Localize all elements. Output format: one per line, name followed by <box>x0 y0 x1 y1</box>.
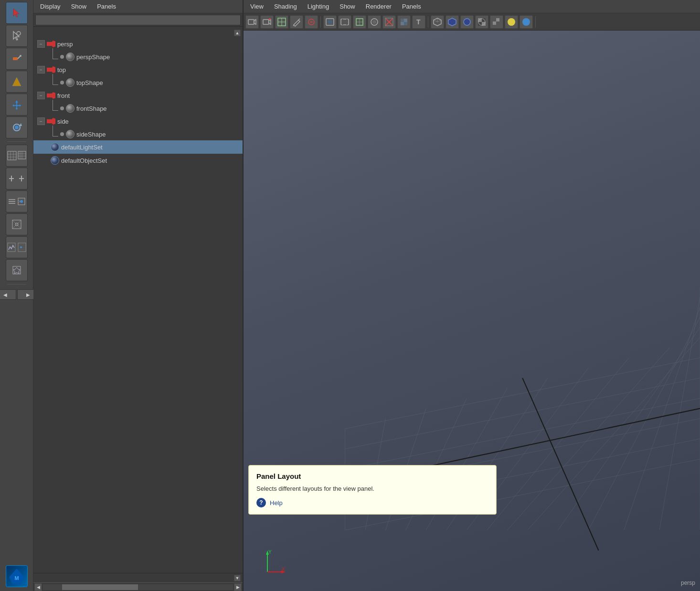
svg-marker-7 <box>12 100 21 110</box>
vp-paint-btn[interactable] <box>305 15 318 29</box>
front-expand[interactable]: − <box>37 92 45 99</box>
vp-cube-btn[interactable] <box>431 15 444 29</box>
tree-item-topShape[interactable]: topShape <box>33 76 243 89</box>
svg-rect-45 <box>248 20 254 24</box>
cone-tool[interactable] <box>6 71 28 93</box>
vp-x-btn[interactable] <box>382 15 396 29</box>
vp-T-btn[interactable]: T <box>412 15 425 29</box>
vp-sep-1 <box>320 16 321 28</box>
vp-camera-btn[interactable] <box>245 15 259 29</box>
grid-tool[interactable] <box>6 145 28 167</box>
tree-item-frontShape[interactable]: frontShape <box>33 102 243 115</box>
topShape-dot <box>60 81 64 84</box>
hscroll-track[interactable] <box>43 584 233 590</box>
left-toolbar: ◀ ▶ M <box>0 0 33 591</box>
vp-blue-cube-btn[interactable] <box>445 15 459 29</box>
rotate-tool[interactable] <box>6 116 28 138</box>
vp-sep-2 <box>428 16 428 28</box>
outliner-panel: Display Show Panels ▲ − persp <box>33 0 244 591</box>
tree-item-defaultLightSet[interactable]: defaultLightSet <box>33 140 243 154</box>
viewport-view-menu[interactable]: View <box>245 1 268 11</box>
top-camera-icon <box>47 66 55 73</box>
svg-line-54 <box>293 25 294 26</box>
svg-rect-57 <box>328 20 332 24</box>
vp-render-btn[interactable] <box>323 15 337 29</box>
shape-tool[interactable] <box>6 259 28 281</box>
svg-rect-72 <box>404 19 407 22</box>
svg-line-30 <box>18 201 20 203</box>
vp-texture-btn[interactable] <box>397 15 411 29</box>
svg-line-53 <box>298 19 300 20</box>
vp-blue-dot-btn[interactable] <box>520 15 533 29</box>
vp-checker2-btn[interactable] <box>490 15 503 29</box>
hscroll-left[interactable]: ◀ <box>34 583 42 591</box>
tree-item-top[interactable]: − top <box>33 63 243 76</box>
svg-marker-46 <box>254 20 256 24</box>
viewport-panels-menu[interactable]: Panels <box>397 1 426 11</box>
tree-item-defaultObjectSet[interactable]: defaultObjectSet <box>33 154 243 167</box>
tree-item-perspShape[interactable]: perspShape <box>33 51 243 63</box>
panel-layout-tooltip: Panel Layout Selects different layouts f… <box>248 465 497 515</box>
svg-rect-61 <box>342 23 343 25</box>
svg-marker-0 <box>13 9 19 17</box>
scroll-up-btn[interactable]: ▲ <box>234 30 241 36</box>
viewport-shading-menu[interactable]: Shading <box>269 1 302 11</box>
svg-line-110 <box>588 317 700 530</box>
paint-tool[interactable] <box>6 48 28 70</box>
persp-corner-label: persp <box>681 580 695 586</box>
vp-film-btn[interactable] <box>338 15 351 29</box>
tree-item-persp[interactable]: − persp <box>33 37 243 51</box>
outliner-display-menu[interactable]: Display <box>35 1 65 11</box>
tree-item-front[interactable]: − front <box>33 89 243 102</box>
move-tool[interactable] <box>6 94 28 116</box>
defaultObjectSet-label: defaultObjectSet <box>61 157 107 164</box>
vp-pencil-btn[interactable] <box>290 15 303 29</box>
svg-rect-60 <box>346 19 348 21</box>
side-expand[interactable]: − <box>37 117 45 125</box>
diamond-tool[interactable] <box>6 213 28 235</box>
svg-text:Y: Y <box>268 549 272 555</box>
graph-tool[interactable] <box>6 236 28 258</box>
svg-line-97 <box>345 378 700 449</box>
svg-marker-80 <box>448 18 456 26</box>
select-tool[interactable] <box>6 2 28 24</box>
tooltip-title: Panel Layout <box>256 472 488 480</box>
scroll-down-btn[interactable]: ▼ <box>234 575 241 581</box>
vp-yellow-btn[interactable] <box>505 15 518 29</box>
outliner-show-menu[interactable]: Show <box>66 1 92 11</box>
help-label: Help <box>270 499 283 507</box>
viewport-toolbar: T <box>244 13 700 31</box>
outliner-panels-menu[interactable]: Panels <box>92 1 121 11</box>
outliner-vscroll-bottom: ▼ <box>33 573 243 582</box>
tree-item-side[interactable]: − side <box>33 115 243 128</box>
sideShape-icon <box>66 130 74 138</box>
outliner-search-input[interactable] <box>35 15 241 25</box>
nav-prev[interactable]: ◀ <box>0 289 16 300</box>
viewport-renderer-menu[interactable]: Renderer <box>361 1 396 11</box>
viewport-lighting-menu[interactable]: Lighting <box>303 1 334 11</box>
viewport-canvas[interactable]: Y X persp Panel Layout Selects different… <box>244 31 700 591</box>
lasso-select[interactable] <box>6 25 28 47</box>
tree-item-sideShape[interactable]: sideShape <box>33 128 243 140</box>
tooltip-help-link[interactable]: ? Help <box>256 498 488 507</box>
vp-wireframe-btn[interactable] <box>353 15 366 29</box>
vp-smooth-btn[interactable] <box>368 15 381 29</box>
list-tool[interactable] <box>6 190 28 212</box>
svg-line-112 <box>659 297 700 530</box>
top-expand[interactable]: − <box>37 66 45 74</box>
hscroll-right[interactable]: ▶ <box>234 583 242 591</box>
vp-checker-btn[interactable] <box>475 15 488 29</box>
front-label: front <box>57 92 70 99</box>
vp-grid-btn[interactable] <box>275 15 288 29</box>
vp-blue-round-btn[interactable] <box>460 15 474 29</box>
vp-camera2-btn[interactable] <box>260 15 274 29</box>
persp-expand[interactable]: − <box>37 40 45 48</box>
frontShape-icon <box>66 104 74 113</box>
double-plus[interactable] <box>6 168 28 190</box>
defaultLightSet-label: defaultLightSet <box>61 144 103 151</box>
viewport-show-menu[interactable]: Show <box>335 1 360 11</box>
perspShape-label: perspShape <box>76 53 110 61</box>
svg-rect-3 <box>13 57 18 60</box>
svg-rect-90 <box>496 21 499 25</box>
perspShape-connector <box>49 53 58 61</box>
